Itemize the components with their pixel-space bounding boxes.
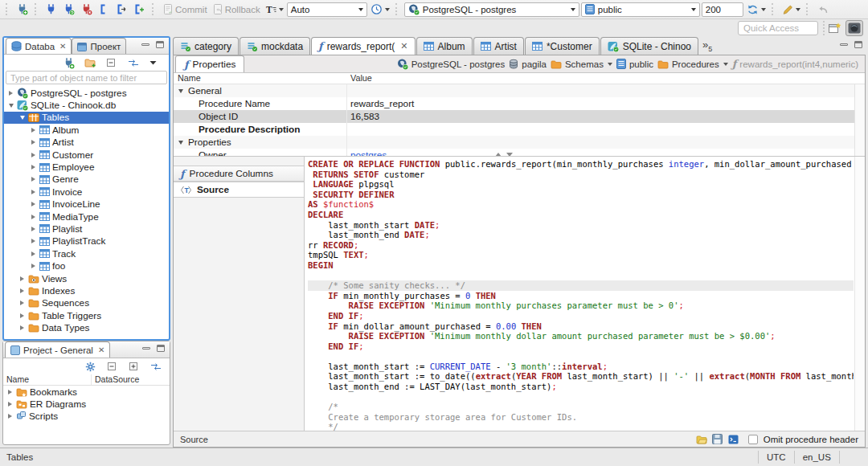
maximize-icon[interactable]	[157, 345, 165, 352]
grid-row-properties[interactable]: Properties	[174, 136, 865, 149]
expand-arrow-icon[interactable]	[30, 227, 37, 231]
breadcrumb-postgresql-postgres[interactable]: PostgreSQL - postgres	[397, 59, 506, 70]
quick-access-input[interactable]	[738, 21, 818, 35]
dbeaver-perspective-button[interactable]	[845, 20, 863, 36]
connect-plug-button[interactable]	[61, 55, 77, 71]
expand-arrow-icon[interactable]	[30, 202, 37, 206]
project-item-er-diagrams[interactable]: ER Diagrams	[3, 398, 170, 410]
expand-arrow-icon[interactable]	[30, 190, 37, 194]
grid-row-general[interactable]: General	[174, 84, 865, 97]
project-item-scripts[interactable]: Scripts	[3, 410, 170, 422]
view-menu-button[interactable]	[148, 55, 164, 71]
editor-tab-customer[interactable]: *Customer	[525, 37, 600, 55]
breadcrumb-schemas[interactable]: Schemas	[551, 59, 612, 69]
expand-arrow-icon[interactable]	[30, 251, 37, 256]
tree-item-invoiceline[interactable]: InvoiceLine	[4, 198, 169, 211]
breadcrumb-public[interactable]: public	[616, 59, 653, 69]
tab-database-navigator[interactable]: Databa ✕	[6, 38, 72, 54]
grid-row-owner[interactable]: Ownerpostgres	[174, 149, 865, 156]
tree-item-invoice[interactable]: Invoice	[4, 186, 169, 198]
tree-item-customer[interactable]: Customer	[4, 149, 169, 161]
grid-row-procedure-name[interactable]: Procedure Namerewards_report	[174, 97, 865, 110]
expand-arrow-icon[interactable]	[30, 239, 37, 243]
tx-mode-button[interactable]: T	[264, 2, 285, 18]
breadcrumb-pagila[interactable]: pagila	[509, 59, 547, 69]
new-folder-button[interactable]	[83, 55, 99, 71]
expand-arrow-icon[interactable]	[6, 390, 14, 394]
maximize-icon[interactable]	[156, 41, 164, 48]
editor-tab-category[interactable]: category	[173, 37, 239, 55]
collapse-arrow-icon[interactable]	[178, 89, 183, 93]
tab-overflow-indicator[interactable]: »5	[702, 39, 712, 53]
breadcrumb-rewards-report-int4-numeric[interactable]: ƒrewards_report(int4,numeric)	[732, 59, 858, 69]
expand-arrow-icon[interactable]	[6, 414, 14, 419]
close-icon[interactable]: ✕	[59, 42, 66, 51]
expand-arrow-icon[interactable]	[7, 91, 14, 96]
timezone-cell[interactable]: UTC	[758, 451, 794, 464]
tree-item-album[interactable]: Album	[4, 124, 169, 136]
tree-item-indexes[interactable]: Indexes	[4, 284, 169, 296]
reconnect-button[interactable]	[61, 2, 77, 18]
open-perspective-button[interactable]	[826, 20, 844, 36]
tree-item-sequences[interactable]: Sequences	[4, 297, 169, 309]
locale-cell[interactable]: en_US	[794, 451, 840, 464]
section-source[interactable]: TSource	[174, 182, 304, 198]
tree-item-employee[interactable]: Employee	[4, 161, 169, 173]
object-filter-input[interactable]	[6, 71, 167, 84]
tree-item-artist[interactable]: Artist	[4, 137, 169, 149]
omit-header-checkbox[interactable]	[748, 435, 758, 444]
section-procedure-columns[interactable]: ƒProcedure Columns	[174, 166, 304, 182]
expand-arrow-icon[interactable]	[30, 165, 37, 170]
collapse-arrow-icon[interactable]	[18, 116, 26, 120]
collapse-arrow-icon[interactable]	[178, 141, 183, 145]
sql-editor-button[interactable]	[96, 2, 113, 18]
grid-row-procedure-description[interactable]: Procedure Description	[174, 123, 865, 136]
editor-tab-album[interactable]: Album	[416, 37, 473, 55]
expand-arrow-icon[interactable]	[30, 153, 37, 157]
undo-button[interactable]	[815, 2, 831, 18]
save-button[interactable]	[710, 431, 727, 447]
minimize-icon[interactable]	[141, 43, 149, 46]
editor-tab-artist[interactable]: Artist	[473, 37, 524, 55]
new-connection-button[interactable]	[14, 2, 31, 18]
tab-projects[interactable]: Проект	[72, 38, 126, 54]
refresh-button[interactable]	[745, 2, 768, 18]
code-scrollbar[interactable]	[854, 157, 865, 431]
settings-gear-button[interactable]	[84, 358, 100, 374]
tree-item-playlist[interactable]: Playlist	[4, 223, 169, 235]
tx-history-button[interactable]	[369, 2, 391, 18]
close-icon[interactable]: ✕	[98, 345, 104, 354]
connect-button[interactable]	[43, 2, 59, 18]
tree-item-table-triggers[interactable]: Table Triggers	[4, 309, 169, 321]
tab-project-general[interactable]: Project - General ✕	[5, 341, 110, 358]
expand-arrow-icon[interactable]	[18, 276, 26, 281]
chevron-down-icon[interactable]	[608, 63, 612, 66]
datasource-combo[interactable]: PostgreSQL - postgres	[404, 2, 579, 17]
expand-arrow-icon[interactable]	[18, 325, 26, 330]
rollback-button[interactable]: Rollback	[211, 2, 262, 18]
expand-arrow-icon[interactable]	[18, 288, 26, 293]
expand-arrow-icon[interactable]	[30, 215, 37, 219]
close-icon[interactable]: ✕	[400, 41, 407, 51]
link-editor-button[interactable]	[126, 55, 142, 71]
editor-tab-mockdata[interactable]: mockdata	[240, 37, 310, 55]
sql-editor-new-button[interactable]	[132, 2, 148, 18]
tree-item-foo[interactable]: foo	[4, 260, 169, 272]
link-editor-button[interactable]	[149, 358, 165, 374]
expand-arrow-icon[interactable]	[30, 128, 37, 133]
breadcrumb-procedures[interactable]: Procedures	[657, 59, 728, 69]
source-code-editor[interactable]: CREATE OR REPLACE FUNCTION public.reward…	[305, 157, 865, 431]
commit-button[interactable]: Commit	[161, 2, 209, 18]
collapse-all-button[interactable]	[105, 358, 121, 374]
console-button[interactable]	[727, 431, 743, 448]
disconnect-button[interactable]	[79, 2, 95, 18]
expand-arrow-icon[interactable]	[18, 300, 26, 305]
collapse-arrow-icon[interactable]	[7, 104, 14, 108]
expand-arrow-icon[interactable]	[6, 402, 14, 407]
sql-editor-recent-button[interactable]	[114, 2, 130, 18]
collapse-all-button[interactable]	[104, 55, 121, 71]
grid-scrollbar[interactable]	[854, 84, 865, 156]
tree-item-tables[interactable]: Tables	[4, 112, 169, 124]
editor-tab-rewards-report[interactable]: ƒrewards_report(✕	[311, 37, 416, 55]
schema-combo[interactable]: public	[581, 2, 700, 17]
